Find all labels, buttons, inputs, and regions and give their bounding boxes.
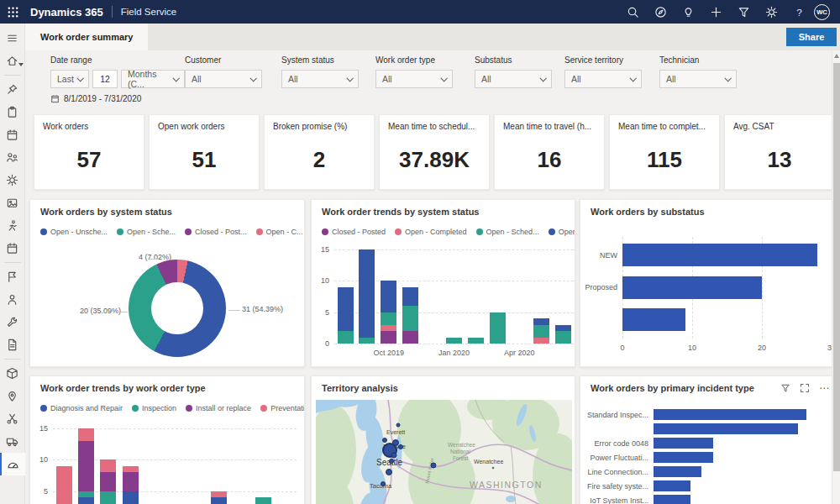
more-options-icon[interactable]: ⋯ [818, 382, 830, 394]
bar[interactable] [654, 409, 806, 420]
map-bubble-marker[interactable] [431, 463, 436, 468]
sidebar-item-cube[interactable] [0, 362, 25, 385]
map-bubble-marker[interactable] [391, 453, 396, 458]
bar-segment[interactable] [123, 491, 139, 504]
sidebar-item-calendar[interactable] [0, 237, 25, 260]
sidebar-item-media[interactable] [0, 192, 25, 214]
sidebar-item-wrench[interactable] [0, 311, 25, 333]
bar-segment[interactable] [100, 491, 116, 504]
sidebar-item-clipboard[interactable] [0, 101, 25, 123]
sidebar-item-map-pin[interactable] [0, 385, 25, 407]
sidebar-item-scissors[interactable] [0, 407, 25, 430]
map-bubble-marker[interactable] [386, 470, 392, 475]
avatar[interactable]: WC [814, 4, 830, 20]
bar[interactable] [654, 423, 798, 434]
bar-segment[interactable] [100, 472, 116, 491]
sidebar-item-document[interactable] [0, 333, 25, 356]
bar-segment[interactable] [78, 428, 94, 441]
bar[interactable] [654, 466, 701, 477]
bar-segment[interactable] [123, 472, 139, 491]
bar[interactable] [654, 480, 690, 491]
bar-segment[interactable] [446, 338, 462, 344]
bar-segment[interactable] [381, 331, 396, 344]
filter-dropdown[interactable]: All [564, 70, 642, 88]
bar-segment[interactable] [533, 325, 549, 338]
sidebar-item-gear[interactable] [0, 169, 25, 192]
bar[interactable] [654, 438, 713, 449]
bar[interactable] [622, 244, 817, 266]
filter-dropdown[interactable]: All [185, 70, 262, 88]
bar-segment[interactable] [533, 318, 549, 325]
lightbulb-icon[interactable] [681, 5, 695, 18]
territory-map[interactable]: Everett Bellevue Seattle Tacoma Olympia … [316, 400, 572, 504]
scrollbar-thumb[interactable] [833, 63, 840, 471]
sidebar-item-home[interactable] [0, 50, 25, 72]
bar-segment[interactable] [78, 491, 94, 498]
bar-segment[interactable] [56, 466, 72, 504]
bar-segment[interactable] [402, 306, 418, 331]
filter-dropdown[interactable]: All [475, 70, 552, 88]
bar-segment[interactable] [381, 325, 396, 332]
filter-dropdown[interactable]: All [281, 70, 359, 88]
bar-segment[interactable] [533, 338, 549, 344]
sidebar-item-person[interactable] [0, 288, 25, 311]
search-icon[interactable] [626, 5, 639, 18]
compass-icon[interactable] [654, 5, 667, 18]
filter-dropdown[interactable]: All [659, 70, 737, 88]
bar-segment[interactable] [381, 281, 396, 312]
map-bubble-marker[interactable] [390, 459, 394, 464]
expand-icon[interactable] [799, 382, 811, 394]
bar-segment[interactable] [402, 331, 418, 344]
bar-segment[interactable] [255, 497, 271, 504]
sidebar-item-truck[interactable] [0, 430, 25, 453]
help-icon[interactable]: ? [792, 5, 806, 18]
sidebar-item-flag[interactable] [0, 265, 25, 288]
filter-dropdown[interactable]: All [375, 70, 453, 88]
share-button[interactable]: Share [786, 28, 837, 46]
sidebar-item-pin[interactable] [0, 78, 25, 101]
gear-icon[interactable] [764, 5, 778, 18]
bar-segment[interactable] [555, 325, 571, 332]
bar-segment[interactable] [555, 331, 571, 344]
bar-segment[interactable] [468, 338, 484, 344]
sidebar-item-runner[interactable] [0, 214, 25, 237]
map-bubble-marker[interactable] [396, 423, 400, 427]
date-range-mode-dropdown[interactable]: Last [50, 70, 89, 88]
bar-segment[interactable] [211, 491, 227, 498]
bar-segment[interactable] [359, 249, 375, 338]
map-label-forest-3: Forest [453, 455, 469, 461]
map-bubble-marker[interactable] [383, 438, 387, 443]
bar[interactable] [654, 452, 713, 463]
bar-segment[interactable] [78, 497, 94, 504]
bar-segment[interactable] [359, 338, 375, 344]
bar-segment[interactable] [490, 312, 506, 344]
date-range-count-input[interactable] [92, 70, 118, 88]
sidebar-item-dashboard[interactable] [0, 453, 25, 475]
sidebar-item-calendar[interactable] [0, 123, 25, 146]
bar[interactable] [622, 276, 762, 299]
bar-segment[interactable] [338, 287, 354, 331]
bar[interactable] [654, 495, 690, 504]
bar-segment[interactable] [402, 287, 418, 306]
brand-title[interactable]: Dynamics 365 [30, 6, 103, 18]
plus-icon[interactable] [709, 5, 722, 18]
filter-icon[interactable] [737, 5, 750, 18]
tab-work-order-summary[interactable]: Work order summary [25, 24, 148, 50]
bar-segment[interactable] [338, 331, 354, 344]
sidebar-item-org[interactable] [0, 146, 25, 169]
app-name[interactable]: Field Service [121, 7, 176, 17]
waffle-menu-icon[interactable] [0, 0, 25, 24]
map-bubble-marker[interactable] [393, 440, 399, 446]
map-bubble-marker[interactable] [381, 482, 386, 486]
bar-segment[interactable] [78, 441, 94, 491]
date-range-unit-dropdown[interactable]: Months (C... [121, 70, 185, 88]
bar-segment[interactable] [381, 312, 396, 325]
bar-segment[interactable] [123, 466, 139, 473]
filter-icon[interactable] [780, 382, 791, 394]
scroll-up-arrow[interactable] [834, 54, 839, 58]
map-bubble-marker[interactable] [399, 445, 403, 449]
sidebar-item-hamburger[interactable] [0, 27, 25, 50]
bar[interactable] [622, 308, 685, 331]
bar-segment[interactable] [100, 459, 116, 472]
bar-segment[interactable] [211, 497, 227, 504]
